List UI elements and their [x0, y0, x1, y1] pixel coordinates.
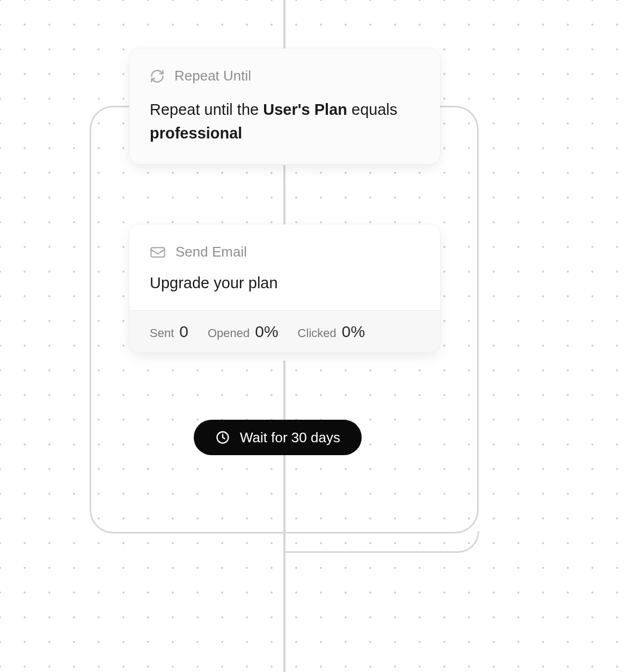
connector-line	[283, 165, 285, 224]
condition-prefix: Repeat until the	[150, 101, 263, 118]
condition-field: User's Plan	[263, 101, 347, 118]
envelope-icon	[150, 244, 166, 260]
loop-exit-connector	[283, 531, 479, 553]
connector-line	[283, 0, 285, 48]
wait-node[interactable]: Wait for 30 days	[194, 420, 362, 455]
email-subject: Upgrade your plan	[150, 274, 420, 292]
repeat-condition-text: Repeat until the User's Plan equals prof…	[150, 98, 420, 145]
connector-line	[283, 455, 285, 672]
node-header: Send Email	[150, 244, 420, 260]
stat-value: 0%	[342, 323, 365, 341]
stat-value: 0	[179, 323, 188, 341]
send-email-node[interactable]: Send Email Upgrade your plan Sent 0 Open…	[129, 224, 440, 353]
stat-label: Sent	[150, 326, 174, 340]
repeat-until-node[interactable]: Repeat Until Repeat until the User's Pla…	[129, 48, 440, 164]
node-header: Repeat Until	[150, 68, 420, 84]
stat-value: 0%	[255, 323, 278, 341]
stat-opened: Opened 0%	[208, 323, 279, 341]
connector-line	[283, 361, 285, 420]
node-type-label: Repeat Until	[174, 68, 251, 84]
repeat-icon	[150, 69, 165, 84]
wait-label: Wait for 30 days	[240, 429, 340, 446]
svg-rect-0	[151, 247, 165, 257]
clock-icon	[215, 430, 230, 445]
stat-label: Clicked	[298, 326, 336, 340]
node-type-label: Send Email	[175, 244, 247, 260]
stat-clicked: Clicked 0%	[298, 323, 365, 341]
stat-label: Opened	[208, 326, 250, 340]
condition-value: professional	[150, 125, 242, 142]
stat-sent: Sent 0	[150, 323, 188, 341]
email-stats-bar: Sent 0 Opened 0% Clicked 0%	[129, 310, 440, 353]
condition-operator: equals	[347, 101, 398, 118]
